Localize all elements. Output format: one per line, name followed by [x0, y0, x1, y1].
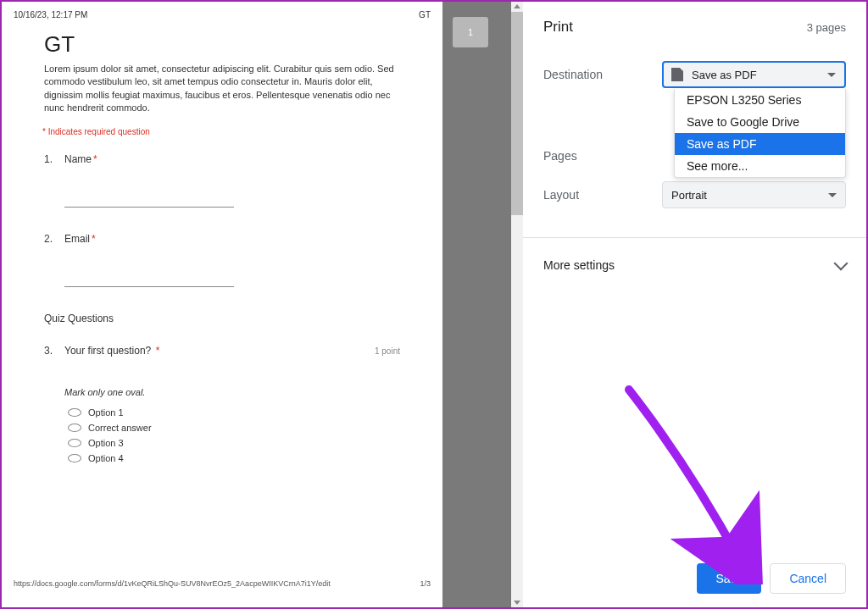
required-indicator-note: * Indicates required question [42, 127, 400, 136]
page-count: 3 pages [807, 21, 846, 34]
footer-page-number: 1/3 [420, 579, 431, 588]
save-button[interactable]: Save [697, 563, 761, 594]
destination-option-google-drive[interactable]: Save to Google Drive [675, 111, 845, 133]
q3-label: Your first question? * [64, 345, 159, 357]
destination-select[interactable]: Save as PDF [662, 61, 846, 88]
layout-label: Layout [543, 188, 662, 202]
option-row: Option 3 [68, 438, 400, 448]
more-settings-toggle[interactable]: More settings [543, 253, 846, 277]
q1-number: 1. [44, 153, 64, 165]
oval-icon [68, 424, 81, 432]
print-settings-pane: Print 3 pages Destination Save as PDF EP… [523, 2, 866, 607]
footer-url: https://docs.google.com/forms/d/1vKeQRiL… [14, 579, 331, 588]
destination-dropdown: EPSON L3250 Series Save to Google Drive … [674, 89, 846, 178]
preview-page: 10/16/23, 12:17 PM GT GT Lorem ipsum dol… [2, 2, 442, 595]
required-asterisk: * [156, 345, 160, 357]
pages-label: Pages [543, 149, 662, 163]
thumbnail-page-1[interactable]: 1 [453, 17, 488, 47]
destination-label: Destination [543, 68, 662, 81]
oval-icon [68, 408, 81, 417]
layout-value: Portrait [671, 189, 707, 202]
layout-row: Layout Portrait [543, 181, 846, 208]
dialog-footer: Save Cancel [697, 563, 846, 594]
preview-scrollbar[interactable] [511, 2, 523, 607]
divider [523, 237, 866, 238]
preview-page-container: 10/16/23, 12:17 PM GT GT Lorem ipsum dol… [2, 2, 523, 607]
page-timestamp: 10/16/23, 12:17 PM [14, 10, 87, 19]
more-settings-label: More settings [543, 258, 615, 272]
question-3: 3. Your first question? * 1 point [44, 345, 400, 380]
q3-points: 1 point [375, 346, 400, 356]
print-dialog-title: Print [543, 19, 573, 36]
q3-instruction: Mark only one oval. [64, 387, 400, 397]
page-footer: https://docs.google.com/forms/d/1vKeQRiL… [14, 579, 431, 588]
question-2: 2. Email* [44, 233, 400, 245]
oval-icon [68, 454, 81, 462]
option-label: Option 1 [88, 407, 124, 418]
chevron-down-icon [827, 73, 836, 77]
chevron-down-icon [828, 193, 837, 197]
layout-select[interactable]: Portrait [662, 181, 846, 208]
q2-label: Email* [64, 233, 96, 245]
required-asterisk: * [93, 153, 97, 165]
destination-option-epson[interactable]: EPSON L3250 Series [675, 89, 845, 111]
destination-option-see-more[interactable]: See more... [675, 155, 845, 177]
option-label: Option 4 [88, 453, 124, 463]
option-row: Option 4 [68, 453, 400, 463]
q1-label: Name* [64, 153, 97, 165]
option-row: Correct answer [68, 423, 400, 433]
form-description: Lorem ipsum dolor sit amet, consectetur … [44, 63, 400, 115]
q3-number: 3. [44, 345, 64, 357]
page-header: 10/16/23, 12:17 PM GT [2, 2, 442, 23]
q1-response-line [64, 189, 234, 208]
destination-value: Save as PDF [692, 69, 757, 81]
cancel-button[interactable]: Cancel [770, 563, 846, 594]
print-preview-pane: 10/16/23, 12:17 PM GT GT Lorem ipsum dol… [2, 2, 523, 607]
chevron-down-icon [834, 257, 849, 271]
option-label: Option 3 [88, 438, 124, 448]
destination-option-save-as-pdf[interactable]: Save as PDF [675, 133, 845, 155]
q2-number: 2. [44, 233, 64, 245]
option-row: Option 1 [68, 407, 400, 418]
pdf-file-icon [671, 68, 683, 81]
q2-response-line [64, 269, 234, 287]
required-asterisk: * [92, 233, 96, 245]
destination-row: Destination Save as PDF EPSON L3250 Seri… [543, 61, 846, 88]
quiz-section-title: Quiz Questions [44, 313, 400, 324]
oval-icon [68, 439, 81, 447]
option-label: Correct answer [88, 423, 152, 433]
scrollbar-thumb[interactable] [511, 12, 523, 215]
question-1: 1. Name* [44, 153, 400, 165]
form-title: GT [44, 31, 400, 58]
page-header-title: GT [419, 10, 431, 19]
